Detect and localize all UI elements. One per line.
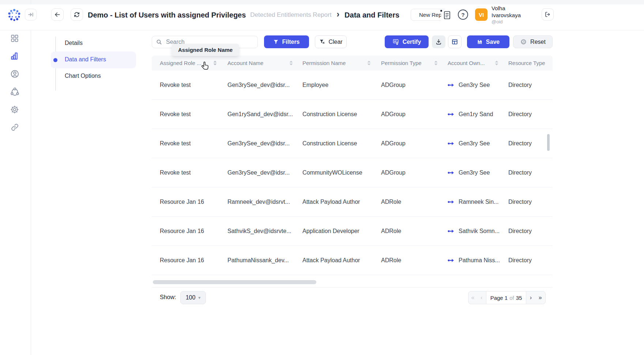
user-menu[interactable]: Volha Ivarovskaya @oid — [492, 5, 521, 25]
sort-icon[interactable] — [494, 60, 499, 66]
sidebar-item-connections[interactable] — [9, 86, 20, 98]
last-page-button[interactable]: » — [535, 291, 545, 304]
nav-item-chart-options[interactable]: Chart Options — [65, 73, 101, 79]
table-row[interactable]: Revoke test Gen3rySee_dev@idsr... Constr… — [152, 129, 553, 158]
cell-permission-name: Employee — [302, 70, 379, 100]
cell-account-name: PathumaNissank_dev... — [227, 246, 300, 275]
user-first-name: Volha — [492, 5, 521, 12]
cell-permission-name: Attack Payload Author — [302, 246, 379, 275]
cell-permission-type: ADRole — [381, 246, 445, 275]
save-button[interactable]: Save — [467, 35, 509, 48]
cell-permission-type: ADGroup — [381, 129, 445, 158]
app-logo — [7, 8, 21, 22]
jump-arrow-icon[interactable] — [448, 141, 455, 146]
logout-icon — [544, 11, 551, 18]
column-header-account-name[interactable]: Account Name — [227, 56, 293, 70]
sort-icon[interactable] — [367, 60, 371, 66]
arrow-left-icon — [54, 11, 61, 18]
clear-label: Clear — [328, 39, 342, 45]
jump-arrow-icon[interactable] — [448, 229, 455, 233]
breadcrumb: Demo - List of Users with assigned Privi… — [88, 9, 399, 21]
filter-funnel-icon — [273, 39, 279, 45]
gear-icon — [10, 105, 19, 114]
cell-permission-name: Construction License — [302, 100, 379, 129]
horizontal-scrollbar-thumb[interactable] — [153, 280, 316, 284]
nav-active-dot — [53, 58, 57, 62]
cell-resource-type: Directory — [508, 246, 553, 275]
page-title: Demo - List of Users with assigned Privi… — [88, 11, 246, 19]
sidebar-item-users[interactable] — [9, 68, 20, 80]
cell-permission-name: Attack Payload Author — [302, 187, 379, 217]
column-header-permission-name[interactable]: Permission Name — [302, 56, 371, 70]
sort-icon[interactable] — [213, 60, 217, 66]
cell-assigned-role: Revoke test — [160, 100, 226, 129]
account-owner-text: Sathvik Somn... — [459, 228, 500, 234]
filter-clear-icon — [319, 39, 325, 45]
cell-assigned-role: Resource Jan 16 — [160, 246, 226, 275]
export-button[interactable] — [432, 35, 445, 48]
clear-filters-button[interactable]: Clear — [315, 35, 347, 48]
cell-permission-type: ADGroup — [381, 158, 445, 187]
cell-account-name: Gen1rySand_dev@idsr... — [227, 100, 300, 129]
collapse-sidebar-button[interactable] — [25, 9, 37, 20]
user-circle-icon — [10, 69, 20, 79]
sidebar-item-dashboard[interactable] — [9, 33, 20, 44]
sidebar-item-reports[interactable] — [9, 50, 20, 62]
column-header-account-owner[interactable]: Account Own... — [448, 56, 499, 70]
jump-arrow-icon[interactable] — [448, 171, 455, 175]
column-header-resource-type[interactable]: Resource Type — [508, 56, 553, 70]
cell-account-owner: Ramneek Sin... — [448, 187, 510, 217]
account-owner-text: Gen3ry See — [459, 169, 490, 176]
sidebar-item-settings[interactable] — [9, 104, 20, 115]
cell-account-owner: Gen3ry See — [448, 158, 510, 187]
table-row[interactable]: Resource Jan 16 SathvikS_dev@idsrvte... … — [152, 217, 553, 246]
table-row[interactable]: Resource Jan 16 Ramneek_dev@idsrvt... At… — [152, 187, 553, 217]
account-owner-text: Gen1ry Sand — [459, 111, 493, 118]
refresh-button[interactable] — [71, 8, 83, 21]
next-page-button[interactable]: › — [526, 291, 535, 304]
jump-arrow-icon[interactable] — [448, 258, 455, 263]
account-owner-text: Ramneek Sin... — [459, 199, 498, 205]
top-strip — [0, 0, 644, 4]
certify-button[interactable]: Certify — [385, 35, 429, 48]
collapse-icon — [27, 11, 34, 18]
nav-item-details[interactable]: Details — [65, 40, 83, 46]
cell-account-owner: Gen3ry See — [448, 70, 510, 100]
jump-arrow-icon[interactable] — [448, 83, 455, 87]
logout-button[interactable] — [542, 8, 554, 20]
save-disk-icon — [477, 39, 483, 45]
cell-resource-type: Directory — [508, 70, 553, 100]
table-row[interactable]: Revoke test Gen3rySee_dev@idsr... Employ… — [152, 70, 553, 100]
table-row[interactable]: Revoke test Gen1rySand_dev@idsr... Const… — [152, 100, 553, 129]
table-row[interactable]: Revoke test Gen3rySee_dev@idsr... Commun… — [152, 158, 553, 187]
tooltip-text: Assigned Role Name — [178, 47, 233, 53]
cell-permission-type: ADRole — [381, 217, 445, 246]
share-nodes-icon — [10, 87, 20, 97]
mouse-cursor — [200, 61, 210, 72]
avatar[interactable]: VI — [475, 8, 487, 21]
first-page-button[interactable]: « — [468, 291, 477, 304]
column-header-permission-type[interactable]: Permission Type — [381, 56, 438, 70]
user-handle: @oid — [492, 19, 521, 25]
table-row[interactable]: Resource Jan 16 PathumaNissank_dev... At… — [152, 246, 553, 275]
save-label: Save — [486, 39, 500, 45]
cell-resource-type: Directory — [508, 100, 553, 129]
help-button[interactable]: ? — [458, 9, 468, 20]
jump-arrow-icon[interactable] — [448, 112, 455, 117]
sort-icon[interactable] — [289, 60, 293, 66]
vertical-scrollbar-thumb[interactable] — [547, 134, 550, 151]
jump-arrow-icon[interactable] — [448, 200, 455, 204]
manage-columns-button[interactable] — [448, 35, 462, 48]
sort-icon[interactable] — [434, 60, 438, 66]
previous-page-button[interactable]: ‹ — [477, 291, 486, 304]
sidebar-item-links[interactable] — [9, 121, 20, 133]
back-button[interactable] — [51, 8, 64, 21]
report-panel-icon[interactable] — [441, 9, 453, 21]
cell-account-owner: Sathvik Somn... — [448, 217, 510, 246]
nav-item-data-and-filters[interactable]: Data and Filters — [65, 56, 106, 63]
cell-assigned-role: Revoke test — [160, 129, 226, 158]
reset-button[interactable]: Reset — [513, 35, 553, 48]
pagination: « ‹ Page 1 of 35 › » — [468, 291, 546, 304]
page-size-select[interactable]: 100 ▾ — [180, 291, 206, 304]
filters-button[interactable]: Filters — [264, 35, 309, 48]
